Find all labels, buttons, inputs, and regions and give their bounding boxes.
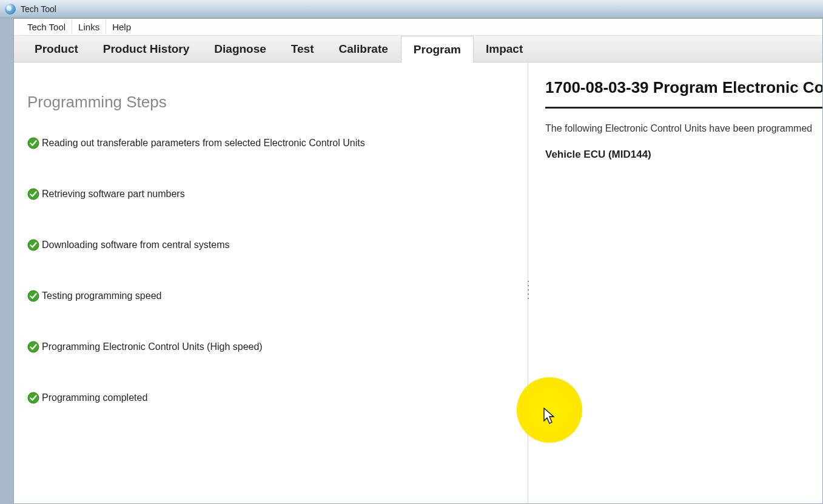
tab-impact[interactable]: Impact — [474, 36, 536, 62]
tab-program[interactable]: Program — [401, 36, 474, 62]
step-row: Programming Electronic Control Units (Hi… — [27, 341, 528, 353]
check-icon — [27, 392, 39, 404]
content-area: Programming Steps Reading out transferab… — [14, 62, 822, 503]
step-label: Reading out transferable parameters from… — [42, 138, 365, 149]
menu-item-links[interactable]: Links — [72, 20, 106, 34]
right-pane-title: 1700-08-03-39 Program Electronic Control — [545, 78, 822, 109]
step-label: Downloading software from central system… — [42, 240, 229, 250]
step-label: Programming completed — [42, 392, 147, 403]
right-pane: 1700-08-03-39 Program Electronic Control… — [528, 62, 822, 503]
window-title: Tech Tool — [21, 4, 56, 14]
tab-product-history[interactable]: Product History — [91, 36, 203, 62]
tab-test[interactable]: Test — [279, 36, 327, 62]
check-icon — [27, 239, 39, 251]
step-row: Testing programming speed — [27, 290, 528, 302]
tab-calibrate[interactable]: Calibrate — [327, 36, 401, 62]
right-pane-description: The following Electronic Control Units h… — [545, 123, 822, 134]
programmed-ecu: Vehicle ECU (MID144) — [545, 149, 822, 161]
check-icon — [27, 188, 39, 200]
app-frame: Tech Tool Links Help Product Product His… — [13, 18, 823, 504]
menu-item-help[interactable]: Help — [106, 20, 137, 34]
menu-bar: Tech Tool Links Help — [14, 19, 822, 36]
step-row: Programming completed — [27, 392, 528, 404]
step-label: Retrieving software part numbers — [42, 189, 185, 200]
app-icon — [5, 4, 16, 15]
step-row: Retrieving software part numbers — [27, 188, 528, 200]
step-label: Testing programming speed — [42, 291, 161, 301]
check-icon — [27, 341, 39, 353]
step-row: Reading out transferable parameters from… — [27, 137, 528, 149]
step-label: Programming Electronic Control Units (Hi… — [42, 341, 263, 352]
check-icon — [27, 290, 39, 302]
title-bar: Tech Tool — [0, 0, 823, 18]
tab-product[interactable]: Product — [22, 36, 91, 62]
tab-bar: Product Product History Diagnose Test Ca… — [14, 36, 822, 62]
step-row: Downloading software from central system… — [27, 239, 528, 251]
menu-item-techtool[interactable]: Tech Tool — [21, 20, 72, 34]
programming-steps-heading: Programming Steps — [27, 93, 528, 112]
tab-diagnose[interactable]: Diagnose — [202, 36, 279, 62]
check-icon — [27, 137, 39, 149]
left-pane: Programming Steps Reading out transferab… — [14, 62, 528, 503]
